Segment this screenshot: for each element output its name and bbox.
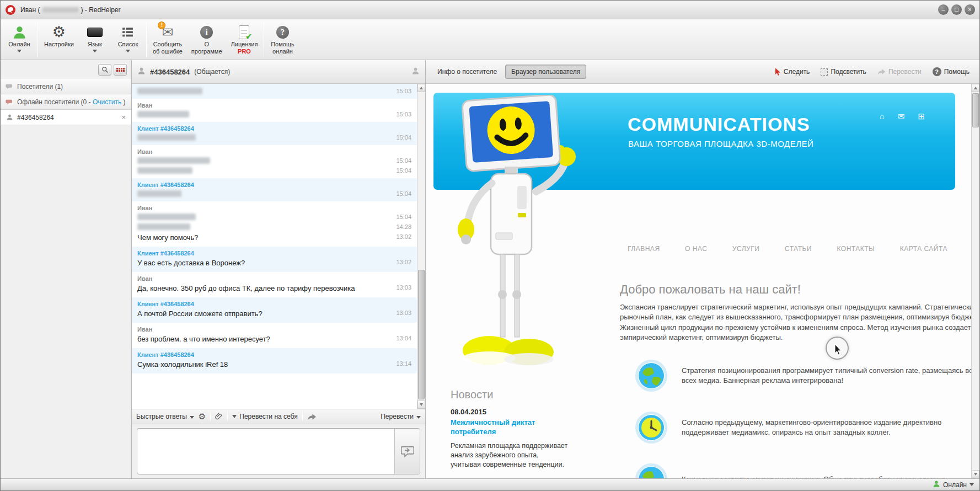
chat-panel: #436458264 (Общается) 15:03 Иван 15:03 К… [132,60,426,478]
blurred-message-text [137,190,181,197]
message-text: Да, конечно. 350 руб до офиса ТК, далее … [137,284,390,293]
tab-user-browser[interactable]: Браузер пользователя [505,65,586,79]
message-line: 15:04 [137,189,411,199]
message-author-label: Иван [137,325,411,333]
message-timestamp: 13:03 [396,309,411,316]
message-timestamp: 15:04 [396,214,411,220]
toolbar-separator [264,23,264,57]
transfer-button[interactable]: Перевести [381,413,421,420]
browser-scrollbar[interactable] [971,84,979,478]
chevron-down-icon [190,416,194,419]
nav-item[interactable]: О НАС [685,245,707,253]
chevron-down-icon [416,416,421,419]
search-button[interactable] [98,64,111,76]
scroll-up-icon[interactable] [972,84,979,92]
scroll-thumb[interactable] [972,93,979,127]
search-icon [101,66,109,73]
nav-item[interactable]: УСЛУГИ [732,245,760,253]
list-button[interactable]: Список [111,20,144,60]
sidebar-item-visitor-436458264[interactable]: #436458264 × [1,110,131,125]
message-line: 15:04 [137,166,411,175]
toolbar-separator [146,23,147,57]
home-icon[interactable]: ⌂ [880,111,885,121]
forward-arrow-icon [307,413,317,420]
visitor-tabs-bar: Инфо о посетителе Браузер пользователя С… [426,60,979,84]
message-line: 15:04 [137,132,411,142]
quick-replies-button[interactable]: Быстрые ответы [136,413,194,420]
message-input[interactable] [137,429,394,474]
message-author-label: Иван [137,204,411,212]
chevron-down-icon[interactable] [970,483,974,486]
scroll-down-icon[interactable] [417,401,425,409]
message-line: 14:28 [137,222,411,232]
message-timestamp: 15:04 [396,134,411,141]
message-author-label: Клиент #436458264 [137,180,411,189]
site-nav: ГЛАВНАЯО НАСУСЛУГИСТАТЬИКОНТАКТЫКАРТА СА… [628,245,947,253]
sidebar-item-offline-visitors[interactable]: Офлайн посетители (0 - Очистить ) [1,94,131,110]
attach-file-button[interactable] [215,413,223,420]
scroll-thumb[interactable] [418,270,425,399]
keyboard-icon [116,68,125,72]
blurred-name [42,7,79,13]
message-line: Чем могу помочь? 13:02 [137,232,411,244]
chat-message: Иван 15:04 14:28 Чем могу помочь? 13:02 [132,201,417,247]
translate-button[interactable]: Перевести [873,66,926,78]
send-button[interactable] [394,429,420,474]
transfer-to-self-button[interactable]: Перевести на себя [232,413,297,420]
chat-input-area [132,424,425,478]
blurred-message-text [137,134,196,141]
message-text: А почтой России сможете отправить? [137,309,390,318]
report-error-icon: ✉ ! [162,23,173,41]
message-line: 15:04 [137,156,411,166]
message-text: У вас есть доставка в Воронеж? [137,259,390,268]
keyboard-button[interactable] [114,64,127,76]
online-status-button[interactable]: Онлайн [3,20,36,60]
message-author-label: Клиент #436458264 [137,350,411,359]
scroll-down-icon[interactable] [972,470,979,478]
chat-visitor-id: #436458264 [150,68,190,76]
main-toolbar: Онлайн ⚙ Настройки Язык Список ✉ ! Сооб [1,19,979,60]
feature-text: Стратегия позиционирования программирует… [682,366,971,386]
settings-button[interactable]: ⚙ Настройки [40,20,78,60]
welcome-paragraph: Экспансия транслирует стратегический мар… [620,302,971,343]
mail-icon[interactable]: ✉ [898,111,905,121]
news-link[interactable]: Межличностный диктат потребителя [451,418,569,437]
chat-message: Клиент #436458264 А почтой России сможет… [132,297,417,323]
message-timestamp: 14:28 [396,223,411,230]
nav-item[interactable]: СТАТЬИ [785,245,812,253]
message-timestamp: 13:03 [396,284,411,291]
follow-button[interactable]: Следить [770,66,815,78]
about-button[interactable]: i О программе [187,20,227,60]
scroll-up-icon[interactable] [417,84,425,92]
sidebar-item-visitors[interactable]: Посетители (1) [1,79,131,94]
message-text: Сумка-холодильник iRef 18 [137,360,390,369]
chat-scrollbar[interactable] [417,84,425,409]
message-line: 15:03 [137,86,411,96]
highlight-button[interactable]: Подсветить [816,66,871,78]
tab-visitor-info[interactable]: Инфо о посетителе [431,65,503,79]
message-author-label: Иван [137,147,411,156]
nav-item[interactable]: ГЛАВНАЯ [628,245,660,253]
online-person-icon [12,23,27,41]
quick-replies-settings-button[interactable]: ⚙ [199,412,206,421]
message-timestamp: 15:04 [396,167,411,174]
nav-item[interactable]: КОНТАКТЫ [837,245,875,253]
maximize-button[interactable]: □ [951,4,962,15]
message-line: 15:04 [137,212,411,222]
help-button[interactable]: ? Помощь [928,65,974,78]
clear-offline-link[interactable]: Очистить [93,98,121,106]
nav-item[interactable]: КАРТА САЙТА [900,245,947,253]
close-button[interactable]: × [965,4,975,15]
gear-icon: ⚙ [52,23,66,41]
message-author-label: Иван [137,101,411,109]
close-chat-icon[interactable]: × [120,113,127,121]
chevron-down-icon [126,50,130,52]
online-help-button[interactable]: ? Помощь онлайн [266,20,299,60]
forward-chat-button[interactable] [307,413,317,420]
sitemap-icon[interactable]: ⊞ [918,111,925,121]
language-button[interactable]: Язык [78,20,111,60]
minimize-button[interactable]: – [938,4,949,15]
statusbar-status[interactable]: Онлайн [943,481,967,489]
license-button[interactable]: ✔ Лицензия PRO [227,20,263,60]
report-error-button[interactable]: ✉ ! Сообщить об ошибке [148,20,187,60]
